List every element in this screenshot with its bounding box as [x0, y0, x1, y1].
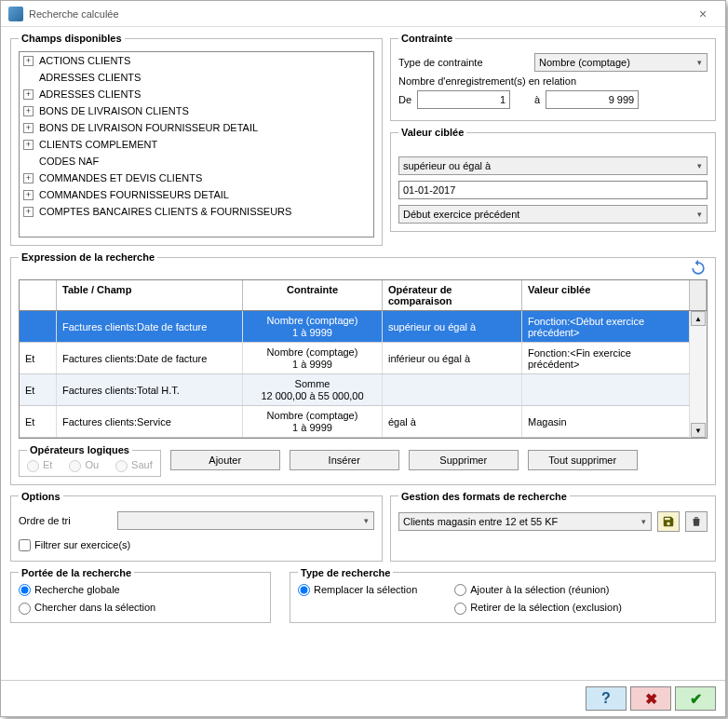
- scroll-down-icon[interactable]: ▼: [691, 423, 706, 438]
- tree-item-label: COMPTES BANCAIRES CLIENTS & FOURNISSEURS: [39, 206, 291, 217]
- grid-body: Factures clients:Date de factureNombre (…: [20, 311, 707, 438]
- grid-scrollbar[interactable]: ▲ ▼: [690, 311, 707, 438]
- tree-item[interactable]: +COMMANDES FOURNISSEURS DETAIL: [20, 186, 373, 203]
- cell-operateur: inférieur ou égal à: [383, 343, 522, 373]
- options-fieldset: Options Ordre de tri Filtrer sur exercic…: [10, 491, 383, 562]
- cell-contrainte: Somme12 000,00 à 55 000,00: [243, 374, 383, 405]
- tree-item-label: BONS DE LIVRAISON FOURNISSEUR DETAIL: [39, 122, 258, 133]
- de-input[interactable]: 1: [417, 90, 510, 109]
- date-input[interactable]: 01-01-2017: [398, 181, 708, 199]
- type-recherche-legend: Type de recherche: [298, 567, 393, 578]
- type-recherche-fieldset: Type de recherche Remplacer la sélection…: [290, 567, 716, 623]
- type-contrainte-label: Type de contrainte: [398, 57, 529, 68]
- header-contrainte: Contrainte: [243, 280, 383, 310]
- table-row[interactable]: EtFactures clients:ServiceNombre (compta…: [20, 406, 707, 438]
- operator-combo[interactable]: supérieur ou égal à: [398, 156, 708, 175]
- remplacer-selection-radio[interactable]: Remplacer la sélection: [298, 584, 417, 595]
- expand-icon[interactable]: +: [23, 140, 34, 150]
- content-area: Champs disponibles +ACTIONS CLIENTSADRES…: [1, 27, 725, 680]
- tout-supprimer-button[interactable]: Tout supprimer: [528, 450, 638, 470]
- ordre-tri-label: Ordre de tri: [19, 515, 112, 526]
- contrainte-legend: Contrainte: [398, 33, 455, 44]
- titlebar: Recherche calculée ×: [1, 1, 725, 27]
- tree-item[interactable]: +COMPTES BANCAIRES CLIENTS & FOURNISSEUR…: [20, 203, 373, 220]
- tree-item[interactable]: ADRESSES CLIENTS: [20, 69, 373, 86]
- expand-icon[interactable]: +: [23, 123, 34, 133]
- refresh-icon[interactable]: [689, 259, 708, 278]
- cell-contrainte: Nombre (comptage)1 à 9999: [243, 406, 383, 437]
- recherche-globale-radio[interactable]: Recherche globale: [19, 584, 120, 595]
- champs-disponibles-fieldset: Champs disponibles +ACTIONS CLIENTSADRES…: [10, 33, 383, 246]
- champs-legend: Champs disponibles: [19, 33, 125, 44]
- save-icon[interactable]: [657, 511, 680, 532]
- nb-enreg-label: Nombre d'enregistrement(s) en relation: [398, 75, 708, 87]
- tree-item[interactable]: +BONS DE LIVRAISON FOURNISSEUR DETAIL: [20, 119, 373, 136]
- cell-contrainte: Nombre (comptage)1 à 9999: [243, 343, 383, 373]
- supprimer-button[interactable]: Supprimer: [409, 450, 519, 470]
- table-row[interactable]: Factures clients:Date de factureNombre (…: [20, 311, 707, 343]
- cell-operateur: égal à: [383, 406, 522, 437]
- ajouter-selection-radio[interactable]: Ajouter à la sélection (réunion): [454, 584, 609, 595]
- expand-icon[interactable]: +: [23, 106, 34, 116]
- table-row[interactable]: EtFactures clients:Date de factureNombre…: [20, 343, 707, 374]
- tree-item-label: ADRESSES CLIENTS: [39, 88, 141, 100]
- tree-item-label: CLIENTS COMPLEMENT: [39, 139, 157, 150]
- close-icon[interactable]: ×: [688, 7, 718, 21]
- ajouter-button[interactable]: Ajouter: [170, 450, 280, 470]
- filtrer-exercice-checkbox[interactable]: Filtrer sur exercice(s): [19, 539, 130, 551]
- expand-icon[interactable]: +: [23, 56, 34, 66]
- portee-legend: Portée de la recherche: [19, 567, 134, 578]
- tree-item[interactable]: +ACTIONS CLIENTS: [20, 52, 373, 69]
- options-legend: Options: [19, 491, 63, 502]
- cell-valeur: [522, 374, 690, 405]
- help-button[interactable]: ?: [586, 686, 627, 711]
- inserer-button[interactable]: Insérer: [290, 450, 399, 470]
- tree-item[interactable]: +ADRESSES CLIENTS: [20, 86, 373, 102]
- dialog-button-bar: ? ✖ ✔: [1, 680, 725, 716]
- retirer-selection-radio[interactable]: Retirer de la sélection (exclusion): [454, 602, 622, 613]
- op-ou-radio[interactable]: Ou: [69, 459, 99, 472]
- format-combo[interactable]: Clients magasin entre 12 et 55 KF: [398, 512, 652, 531]
- tree-item[interactable]: +CLIENTS COMPLEMENT: [20, 136, 373, 153]
- chercher-selection-radio[interactable]: Chercher dans la sélection: [19, 602, 155, 613]
- cancel-button[interactable]: ✖: [630, 686, 671, 711]
- gestion-formats-fieldset: Gestion des formats de recherche Clients…: [390, 491, 716, 562]
- cell-op: Et: [20, 406, 57, 437]
- a-input[interactable]: 9 999: [546, 90, 639, 109]
- cell-field: Factures clients:Service: [57, 406, 243, 437]
- tree-item-label: COMMANDES ET DEVIS CLIENTS: [39, 172, 202, 183]
- expand-icon[interactable]: +: [23, 190, 34, 200]
- contrainte-fieldset: Contrainte Type de contrainte Nombre (co…: [390, 33, 716, 121]
- scroll-up-icon[interactable]: ▲: [691, 311, 706, 326]
- op-et-radio[interactable]: Et: [27, 459, 52, 472]
- expression-legend: Expression de la recherche: [19, 251, 157, 263]
- tree-item[interactable]: CODES NAF: [20, 153, 373, 170]
- expression-fieldset: Expression de la recherche Table / Champ…: [10, 251, 716, 485]
- cell-op: Et: [20, 343, 57, 373]
- tree-item-label: ACTIONS CLIENTS: [39, 55, 130, 66]
- app-icon: [8, 7, 23, 21]
- window-title: Recherche calculée: [29, 8, 688, 20]
- expand-icon[interactable]: +: [23, 173, 34, 183]
- cell-op: Et: [20, 374, 57, 405]
- tree-item[interactable]: +COMMANDES ET DEVIS CLIENTS: [20, 170, 373, 186]
- table-row[interactable]: EtFactures clients:Total H.T.Somme12 000…: [20, 374, 707, 406]
- operateurs-logiques-fieldset: Opérateurs logiques Et Ou Sauf: [19, 444, 161, 477]
- tree-item-label: ADRESSES CLIENTS: [39, 72, 141, 83]
- op-sauf-radio[interactable]: Sauf: [115, 459, 153, 472]
- expression-grid: Table / Champ Contrainte Opérateur de co…: [19, 279, 708, 439]
- tree-item[interactable]: +BONS DE LIVRAISON CLIENTS: [20, 102, 373, 119]
- champs-tree[interactable]: +ACTIONS CLIENTSADRESSES CLIENTS+ADRESSE…: [19, 51, 374, 237]
- delete-icon[interactable]: [685, 511, 708, 532]
- cell-contrainte: Nombre (comptage)1 à 9999: [243, 311, 383, 342]
- spacer: [23, 156, 34, 167]
- valeur-legend: Valeur ciblée: [398, 127, 466, 138]
- type-contrainte-combo[interactable]: Nombre (comptage): [534, 53, 708, 72]
- spacer: [23, 73, 34, 83]
- expand-icon[interactable]: +: [23, 89, 34, 100]
- function-combo[interactable]: Début exercice précédent: [398, 205, 708, 224]
- cell-field: Factures clients:Date de facture: [57, 343, 243, 373]
- ok-button[interactable]: ✔: [675, 686, 716, 711]
- ordre-tri-combo[interactable]: [117, 511, 374, 530]
- expand-icon[interactable]: +: [23, 207, 34, 217]
